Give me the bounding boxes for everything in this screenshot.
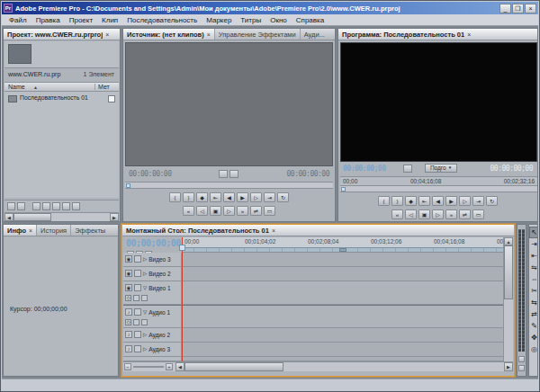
timeline-horizontal-scrollbar[interactable]: − + ◀ ▶ xyxy=(123,361,513,371)
program-tab-label[interactable]: Программа: Последовательность 01 xyxy=(342,31,464,39)
razor-tool[interactable]: ✂ xyxy=(529,285,538,297)
close-icon[interactable]: × xyxy=(467,31,471,38)
lock-icon[interactable] xyxy=(134,270,141,277)
menu-item-titles[interactable]: Титры xyxy=(236,16,266,24)
next-keyframe-icon[interactable] xyxy=(141,295,148,301)
show-keyframes-icon[interactable]: ◇ xyxy=(125,319,131,325)
find-icon[interactable] xyxy=(42,202,50,210)
zoom-slider[interactable] xyxy=(133,366,164,368)
show-keyframes-icon[interactable]: ◇ xyxy=(125,295,131,301)
prev-keyframe-icon[interactable] xyxy=(133,319,140,325)
master-track-lane[interactable] xyxy=(182,357,503,361)
menu-item-edit[interactable]: Правка xyxy=(32,16,65,24)
output-button[interactable]: ▣ xyxy=(418,209,430,219)
video-track-header[interactable]: ◉ ▷ Видео 2 xyxy=(123,267,182,281)
menu-item-marker[interactable]: Маркер xyxy=(202,16,236,24)
trim-back-button[interactable]: ◁ xyxy=(196,206,208,216)
jump-end-button[interactable]: » xyxy=(237,206,248,216)
step-back-button[interactable]: ◀ xyxy=(223,192,235,202)
trim-back-button[interactable]: ◁ xyxy=(405,209,417,219)
timeline-ruler[interactable]: 00;00 00;01;04;02 00;02;08;04 00;03;12;0… xyxy=(182,237,503,253)
jog-button[interactable]: ▭ xyxy=(472,209,484,219)
timeline-current-timecode[interactable]: 00;00;00;00 xyxy=(126,238,181,248)
scroll-left-icon[interactable]: ◀ xyxy=(176,362,184,371)
set-marker-button[interactable]: ◆ xyxy=(196,192,208,202)
menu-item-project[interactable]: Проект xyxy=(65,16,97,24)
rate-stretch-tool[interactable]: ⇔ xyxy=(529,273,538,285)
project-column-header[interactable]: Name ▲ Мет xyxy=(4,82,119,92)
audio-track-lane[interactable] xyxy=(182,343,503,356)
speaker-icon[interactable]: ♪ xyxy=(125,308,132,316)
menu-item-help[interactable]: Справка xyxy=(292,16,328,24)
new-bin-icon[interactable] xyxy=(52,202,60,210)
shuttle-button[interactable]: ⇄ xyxy=(250,206,262,216)
tab-history[interactable]: История xyxy=(37,225,71,236)
slide-tool[interactable]: ⇄ xyxy=(529,308,538,320)
output-button[interactable]: ▣ xyxy=(210,206,221,216)
eye-icon[interactable]: ◉ xyxy=(125,270,132,277)
video-track-lane[interactable] xyxy=(182,281,503,304)
track-name[interactable]: Аудио 1 xyxy=(148,309,170,316)
jump-start-button[interactable]: « xyxy=(183,206,194,216)
list-item[interactable]: Последовательность 01 xyxy=(4,94,119,104)
lock-icon[interactable] xyxy=(134,308,141,316)
source-current-timecode[interactable]: 00:00:00:00 xyxy=(129,170,171,178)
goto-in-button[interactable]: ⇤ xyxy=(418,196,430,206)
playhead-head[interactable] xyxy=(179,245,185,251)
trim-forward-button[interactable]: ▷ xyxy=(223,206,235,216)
video-track-lane[interactable] xyxy=(182,267,503,281)
selection-tool[interactable]: ↖ xyxy=(529,227,538,238)
program-ruler[interactable]: 00;00 00;04;16;08 00;02;32;16 xyxy=(340,176,537,185)
pen-tool[interactable]: ✎ xyxy=(529,320,538,332)
program-output-icon[interactable] xyxy=(403,165,412,173)
trim-forward-button[interactable]: ▷ xyxy=(432,209,444,219)
zoom-tool[interactable]: ◎ xyxy=(529,343,538,355)
tab-effects[interactable]: Эффекты xyxy=(71,225,118,236)
column-name[interactable]: Name xyxy=(8,84,25,90)
source-settings-icon[interactable] xyxy=(230,170,238,178)
meter-mute-icon[interactable] xyxy=(518,365,525,371)
goto-out-button[interactable]: ⇥ xyxy=(264,192,275,202)
program-scrub-bar[interactable] xyxy=(340,185,537,192)
close-icon[interactable]: × xyxy=(207,31,211,38)
collapse-icon[interactable]: ▷ xyxy=(143,256,147,262)
eye-icon[interactable]: ◉ xyxy=(125,255,132,263)
close-icon[interactable]: × xyxy=(29,227,32,234)
collapse-icon[interactable]: ▽ xyxy=(143,285,147,290)
audio-track-lane[interactable] xyxy=(182,328,503,342)
sort-ascending-icon[interactable]: ▲ xyxy=(33,85,38,90)
zoom-in-icon[interactable]: + xyxy=(166,363,173,370)
master-track-header[interactable] xyxy=(123,357,182,361)
video-track-header[interactable]: ◉ ▽ Видео 1 ◇ xyxy=(123,281,182,304)
scroll-thumb[interactable] xyxy=(14,213,51,221)
source-output-icon[interactable] xyxy=(219,170,228,178)
project-preview-thumbnail[interactable] xyxy=(8,44,32,64)
track-name[interactable]: Аудио 2 xyxy=(148,332,170,338)
timeline-vertical-scrollbar[interactable]: ▲ ▼ xyxy=(503,237,513,371)
close-icon[interactable]: × xyxy=(105,31,109,38)
menu-item-sequence[interactable]: Последовательность xyxy=(122,16,202,24)
project-item-label[interactable]: Последовательность 01 xyxy=(20,94,88,101)
jog-button[interactable]: ▭ xyxy=(264,206,275,216)
speaker-icon[interactable]: ♪ xyxy=(125,345,132,352)
set-out-button[interactable]: } xyxy=(183,192,194,202)
play-button[interactable]: ▶ xyxy=(237,192,248,202)
jump-start-button[interactable]: « xyxy=(392,209,403,219)
close-button[interactable]: × xyxy=(525,4,536,13)
source-scrub-bar[interactable] xyxy=(125,182,333,189)
audio-track-header[interactable]: ♪ ▷ Аудио 2 xyxy=(123,328,182,342)
work-area-bar[interactable] xyxy=(182,247,503,252)
slip-tool[interactable]: ⇆ xyxy=(529,297,538,308)
project-horizontal-scrollbar[interactable]: ◀ ▶ xyxy=(4,212,119,221)
prev-keyframe-icon[interactable] xyxy=(133,295,140,301)
step-back-button[interactable]: ◀ xyxy=(432,196,444,206)
loop-button[interactable]: ↻ xyxy=(486,196,498,206)
video-track-header[interactable]: ◉ ▷ Видео 3 xyxy=(123,253,182,266)
scroll-right-icon[interactable]: ▶ xyxy=(110,213,119,221)
collapse-icon[interactable]: ▽ xyxy=(143,309,147,315)
track-name[interactable]: Видео 2 xyxy=(148,271,170,277)
new-item-icon[interactable] xyxy=(62,202,70,210)
eye-icon[interactable]: ◉ xyxy=(125,284,132,291)
menu-item-file[interactable]: Файл xyxy=(4,16,32,24)
next-keyframe-icon[interactable] xyxy=(141,319,148,325)
